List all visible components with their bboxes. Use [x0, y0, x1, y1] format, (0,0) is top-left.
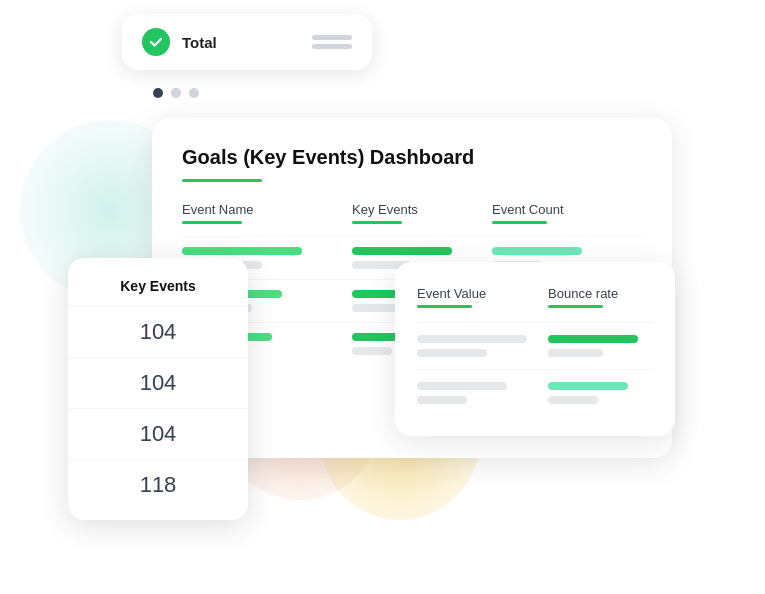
- bar: [548, 396, 598, 404]
- bar: [548, 382, 628, 390]
- bar: [417, 396, 467, 404]
- right-row-2: [417, 369, 653, 416]
- right-col-header-br: Bounce rate: [548, 286, 653, 308]
- bar: [352, 347, 392, 355]
- bar: [417, 382, 507, 390]
- total-pill-card: Total: [122, 14, 372, 70]
- col-header-event-count: Event Count: [492, 202, 622, 224]
- title-underline: [182, 179, 262, 182]
- bar: [548, 335, 638, 343]
- right-cell-ev-2: [417, 382, 548, 404]
- right-rows: [417, 322, 653, 416]
- ke-value-3: 104: [68, 409, 248, 460]
- key-events-card-title: Key Events: [68, 278, 248, 307]
- col-underline-key-events: [352, 221, 402, 224]
- dots-row: [153, 88, 199, 98]
- dot-2[interactable]: [171, 88, 181, 98]
- right-card: Event Value Bounce rate: [395, 262, 675, 436]
- bar: [492, 247, 582, 255]
- pill-lines: [312, 35, 352, 49]
- right-cell-ev-1: [417, 335, 548, 357]
- bar: [182, 247, 302, 255]
- check-circle-icon: [142, 28, 170, 56]
- main-card-title: Goals (Key Events) Dashboard: [182, 146, 642, 169]
- scene: Total Goals (Key Events) Dashboard Event…: [0, 0, 765, 594]
- pill-line-1: [312, 35, 352, 40]
- bar: [548, 349, 603, 357]
- pill-line-2: [312, 44, 352, 49]
- bar: [417, 349, 487, 357]
- right-row-1: [417, 322, 653, 369]
- pill-title: Total: [182, 34, 300, 51]
- bar: [352, 247, 452, 255]
- col-header-key-events: Key Events: [352, 202, 492, 224]
- key-events-card: Key Events 104 104 104 118: [68, 258, 248, 520]
- col-underline-br: [548, 305, 603, 308]
- col-underline-event-name: [182, 221, 242, 224]
- right-cell-br-2: [548, 382, 653, 404]
- bar: [417, 335, 527, 343]
- right-cell-br-1: [548, 335, 653, 357]
- dot-3[interactable]: [189, 88, 199, 98]
- dot-1[interactable]: [153, 88, 163, 98]
- col-underline-event-count: [492, 221, 547, 224]
- right-card-header: Event Value Bounce rate: [417, 286, 653, 308]
- right-col-header-ev: Event Value: [417, 286, 548, 308]
- col-underline-ev: [417, 305, 472, 308]
- ke-value-4: 118: [68, 460, 248, 510]
- ke-value-1: 104: [68, 307, 248, 358]
- table-header: Event Name Key Events Event Count: [182, 202, 642, 224]
- ke-value-2: 104: [68, 358, 248, 409]
- col-header-event-name: Event Name: [182, 202, 352, 224]
